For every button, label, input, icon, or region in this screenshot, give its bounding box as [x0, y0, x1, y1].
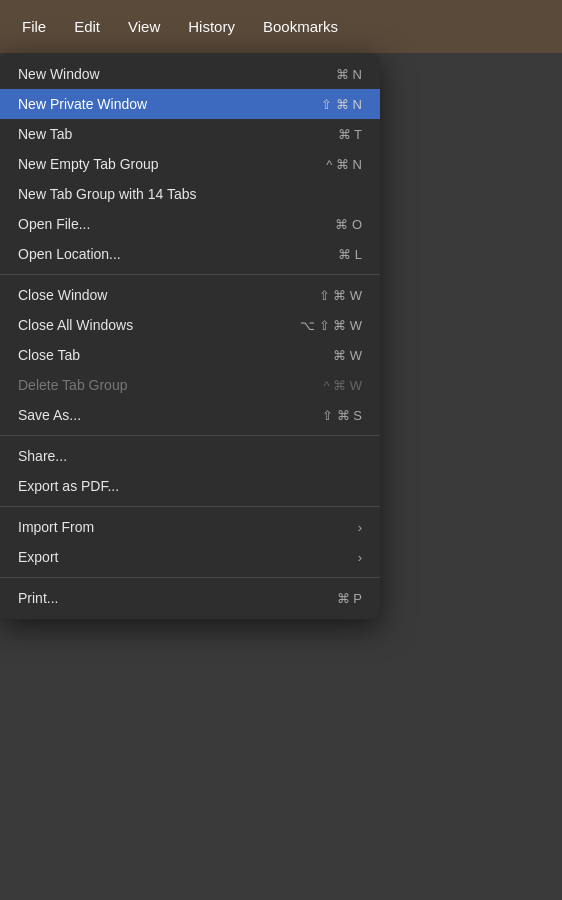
menu-item-close-tab[interactable]: Close Tab ⌘ W [0, 340, 380, 370]
menu-view[interactable]: View [114, 12, 174, 41]
submenu-arrow-export: › [358, 550, 362, 565]
menu-item-print[interactable]: Print... ⌘ P [0, 583, 380, 613]
separator-2 [0, 435, 380, 436]
menu-item-import-from[interactable]: Import From › [0, 512, 380, 542]
separator-4 [0, 577, 380, 578]
menu-item-open-file[interactable]: Open File... ⌘ O [0, 209, 380, 239]
menu-item-share[interactable]: Share... [0, 441, 380, 471]
menu-item-close-all-windows[interactable]: Close All Windows ⌥ ⇧ ⌘ W [0, 310, 380, 340]
menu-item-delete-tab-group: Delete Tab Group ^ ⌘ W [0, 370, 380, 400]
menu-item-save-as[interactable]: Save As... ⇧ ⌘ S [0, 400, 380, 430]
menu-bar: File Edit View History Bookmarks [0, 0, 562, 53]
menu-item-export[interactable]: Export › [0, 542, 380, 572]
submenu-arrow-import: › [358, 520, 362, 535]
menu-item-open-location[interactable]: Open Location... ⌘ L [0, 239, 380, 269]
menu-edit[interactable]: Edit [60, 12, 114, 41]
menu-bookmarks[interactable]: Bookmarks [249, 12, 352, 41]
menu-history[interactable]: History [174, 12, 249, 41]
menu-item-export-pdf[interactable]: Export as PDF... [0, 471, 380, 501]
menu-item-new-tab[interactable]: New Tab ⌘ T [0, 119, 380, 149]
menu-item-new-empty-tab-group[interactable]: New Empty Tab Group ^ ⌘ N [0, 149, 380, 179]
menu-file[interactable]: File [8, 12, 60, 41]
menu-item-new-private-window[interactable]: New Private Window ⇧ ⌘ N [0, 89, 380, 119]
menu-item-new-window[interactable]: New Window ⌘ N [0, 59, 380, 89]
menu-item-close-window[interactable]: Close Window ⇧ ⌘ W [0, 280, 380, 310]
separator-1 [0, 274, 380, 275]
file-menu-dropdown: New Window ⌘ N New Private Window ⇧ ⌘ N … [0, 53, 380, 619]
separator-3 [0, 506, 380, 507]
menu-item-new-tab-group-14[interactable]: New Tab Group with 14 Tabs [0, 179, 380, 209]
